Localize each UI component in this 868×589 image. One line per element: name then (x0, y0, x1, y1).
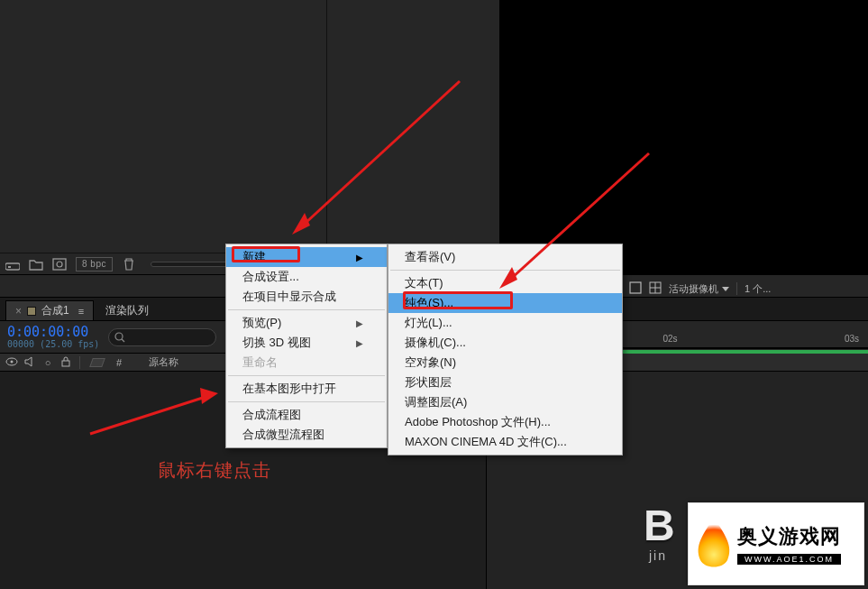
timecode-frames: 00000 (25.00 fps) (7, 339, 99, 349)
viewer-toolbar: 活动摄像机 1 个... (624, 279, 868, 299)
svg-point-3 (57, 262, 62, 267)
menu-item-1[interactable]: 合成设置... (226, 267, 387, 287)
ruler-tick: 03s (845, 334, 859, 344)
new-folder-icon[interactable] (29, 258, 43, 271)
svg-rect-0 (5, 263, 20, 270)
tab-render-queue[interactable]: 渲染队列 (96, 300, 159, 320)
submenu-item-0[interactable]: 查看器(V) (388, 247, 622, 267)
menu-item-label: 摄像机(C)... (405, 335, 466, 351)
submenu-item-7[interactable]: 形状图层 (388, 373, 622, 392)
new-comp-icon[interactable] (52, 258, 67, 271)
menu-item-label: 纯色(S)... (405, 295, 453, 311)
background-text: B (644, 501, 677, 550)
view-count-dropdown[interactable]: 1 个... (745, 282, 771, 296)
submenu-item-9[interactable]: Adobe Photoshop 文件(H)... (388, 412, 622, 432)
current-timecode: 0:00:00:00 (7, 326, 99, 339)
submenu-item-8[interactable]: 调整图层(A) (388, 392, 622, 412)
comp-color-swatch (27, 307, 36, 316)
submenu-arrow-icon: ▶ (356, 253, 363, 262)
column-index: # (116, 357, 122, 368)
composition-viewer[interactable] (500, 0, 868, 274)
annotation-text: 鼠标右键点击 (158, 458, 271, 483)
eye-icon[interactable] (5, 356, 18, 369)
submenu-item-4[interactable]: 灯光(L)... (388, 313, 622, 333)
speaker-icon[interactable] (23, 356, 36, 369)
svg-rect-12 (62, 361, 69, 366)
menu-item-label: 形状图层 (405, 374, 452, 391)
watermark-text: 奥义游戏网 WWW.AOE1.COM (737, 523, 841, 565)
timecode-block[interactable]: 0:00:00:00 00000 (25.00 fps) (7, 326, 99, 349)
toolbar-separator (736, 282, 737, 295)
context-submenu-new: 查看器(V)文本(T)纯色(S)...灯光(L)...摄像机(C)...空对象(… (388, 244, 623, 456)
menu-item-label: 合成设置... (242, 269, 299, 285)
project-panel: 8 bpc (0, 0, 327, 274)
menu-item-label: 在基本图形中打开 (242, 381, 336, 397)
menu-item-0[interactable]: 新建▶ (226, 247, 387, 267)
context-menu-main: 新建▶合成设置...在项目中显示合成预览(P)▶切换 3D 视图▶重命名在基本图… (225, 244, 388, 448)
menu-item-label: Adobe Photoshop 文件(H)... (405, 414, 551, 430)
submenu-arrow-icon: ▶ (356, 338, 363, 348)
menu-item-label: MAXON CINEMA 4D 文件(C)... (405, 434, 567, 450)
active-camera-dropdown[interactable]: 活动摄像机 (669, 282, 729, 296)
submenu-item-2[interactable]: 文本(T) (388, 273, 622, 293)
menu-item-label: 调整图层(A) (405, 394, 467, 410)
menu-item-label: 新建 (242, 249, 266, 265)
grid-icon[interactable] (649, 281, 662, 296)
background-subtext: jin (649, 548, 667, 563)
submenu-item-6[interactable]: 空对象(N) (388, 353, 622, 373)
color-depth-button[interactable]: 8 bpc (76, 257, 113, 271)
submenu-arrow-icon: ▶ (356, 318, 363, 328)
menu-item-label: 文本(T) (405, 275, 443, 291)
camera-label: 活动摄像机 (669, 282, 718, 296)
view-count-label: 1 个... (745, 282, 771, 296)
trash-icon[interactable] (122, 258, 136, 271)
svg-rect-1 (8, 266, 11, 268)
watermark: 奥义游戏网 WWW.AOE1.COM (688, 502, 864, 585)
svg-rect-2 (53, 259, 66, 270)
menu-separator (390, 270, 620, 271)
menu-item-label: 重命名 (242, 354, 278, 371)
watermark-url: WWW.AOE1.COM (737, 554, 841, 565)
tab-composition[interactable]: × 合成1 ≡ (5, 300, 94, 320)
menu-item-10[interactable]: 合成流程图 (226, 405, 387, 425)
svg-line-9 (122, 339, 124, 342)
menu-item-4[interactable]: 预览(P)▶ (226, 313, 387, 333)
top-panels: 8 bpc (0, 0, 868, 274)
menu-separator (228, 309, 385, 310)
tab-menu-icon[interactable]: ≡ (78, 306, 84, 317)
flame-icon (696, 517, 732, 571)
chevron-down-icon (722, 287, 729, 291)
full-screen-icon[interactable] (629, 281, 642, 296)
middle-panel (327, 0, 500, 274)
submenu-item-3[interactable]: 纯色(S)... (388, 293, 622, 313)
lock-icon[interactable] (59, 356, 72, 369)
svg-point-8 (115, 333, 123, 340)
menu-item-label: 合成流程图 (242, 407, 301, 423)
menu-item-label: 切换 3D 视图 (242, 335, 311, 351)
column-source-name: 源名称 (149, 355, 178, 369)
menu-item-label: 灯光(L)... (405, 315, 452, 331)
column-divider (79, 356, 80, 369)
watermark-title: 奥义游戏网 (737, 523, 841, 550)
submenu-item-10[interactable]: MAXON CINEMA 4D 文件(C)... (388, 432, 622, 452)
menu-item-8[interactable]: 在基本图形中打开 (226, 379, 387, 399)
menu-item-2[interactable]: 在项目中显示合成 (226, 287, 387, 307)
tab-label: 渲染队列 (105, 303, 149, 318)
menu-item-label: 合成微型流程图 (242, 427, 324, 443)
menu-item-label: 空对象(N) (405, 354, 456, 371)
ruler-tick: 02s (662, 334, 677, 344)
layer-search-input[interactable] (108, 328, 216, 346)
search-icon (114, 332, 125, 343)
close-icon[interactable]: × (15, 305, 22, 318)
tab-label: 合成1 (41, 303, 69, 318)
interpret-footage-icon[interactable] (5, 258, 20, 271)
solo-icon[interactable]: ○ (41, 357, 54, 368)
menu-item-11[interactable]: 合成微型流程图 (226, 425, 387, 445)
menu-item-label: 查看器(V) (405, 249, 455, 265)
menu-separator (228, 375, 385, 376)
submenu-item-5[interactable]: 摄像机(C)... (388, 333, 622, 353)
label-color-icon[interactable] (89, 358, 105, 367)
menu-item-label: 预览(P) (242, 315, 281, 331)
svg-rect-4 (630, 282, 641, 293)
menu-item-5[interactable]: 切换 3D 视图▶ (226, 333, 387, 353)
